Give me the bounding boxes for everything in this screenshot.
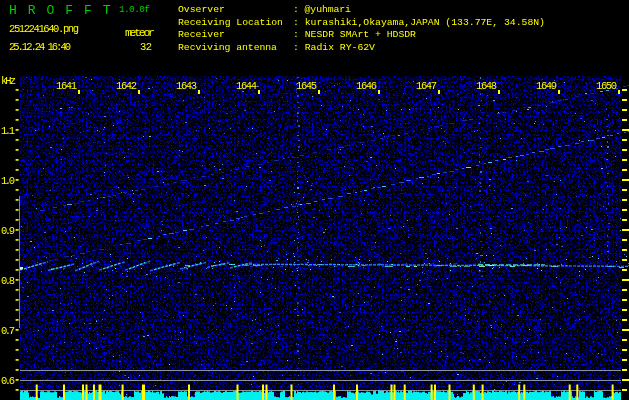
svg-text:0.7: 0.7 xyxy=(1,325,15,337)
svg-text:1.0: 1.0 xyxy=(1,175,15,187)
svg-text:Receiver: Receiver xyxy=(178,29,225,40)
svg-text:: kurashiki,Okayama,JAPAN (133: : kurashiki,Okayama,JAPAN (133.77E, 34.5… xyxy=(293,17,545,28)
svg-text:: NESDR SMArt + HDSDR: : NESDR SMArt + HDSDR xyxy=(293,29,416,40)
svg-text:1645: 1645 xyxy=(296,80,317,92)
svg-text:1644: 1644 xyxy=(236,80,257,92)
svg-text:1642: 1642 xyxy=(116,80,137,92)
svg-text:1647: 1647 xyxy=(416,80,437,92)
svg-text:Recviving antenna: Recviving antenna xyxy=(178,42,277,53)
svg-text:1.1: 1.1 xyxy=(1,125,15,137)
svg-text:1646: 1646 xyxy=(356,80,377,92)
svg-text:H R O F F T: H R O F F T xyxy=(9,3,113,18)
svg-text:1649: 1649 xyxy=(536,80,557,92)
svg-text:0.9: 0.9 xyxy=(1,225,15,237)
svg-text:: Radix RY-62V: : Radix RY-62V xyxy=(293,42,375,53)
svg-text:1648: 1648 xyxy=(476,80,497,92)
svg-text:: @yuhmari: : @yuhmari xyxy=(293,4,351,15)
svg-text:1650: 1650 xyxy=(596,80,617,92)
svg-text:1643: 1643 xyxy=(176,80,197,92)
svg-text:32: 32 xyxy=(140,41,152,53)
svg-text:Receiving Location: Receiving Location xyxy=(178,17,283,28)
svg-text:Ovserver: Ovserver xyxy=(178,4,225,15)
svg-text:kHz: kHz xyxy=(1,75,16,87)
svg-text:0.6: 0.6 xyxy=(1,375,15,387)
svg-text:meteor: meteor xyxy=(125,26,155,39)
svg-text:25.12.24 16:40: 25.12.24 16:40 xyxy=(9,41,71,53)
svg-text:1641: 1641 xyxy=(56,80,77,92)
svg-text:0.8: 0.8 xyxy=(1,275,15,287)
svg-text:2512241640.png: 2512241640.png xyxy=(9,23,79,35)
svg-text:1.0.0f: 1.0.0f xyxy=(119,4,150,15)
